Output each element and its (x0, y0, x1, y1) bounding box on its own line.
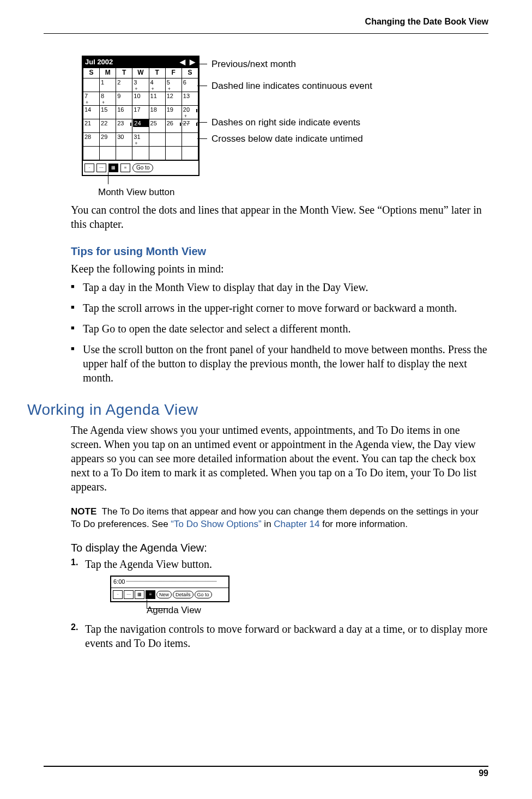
note-t3: for more information. (319, 519, 408, 529)
week-view-button[interactable]: ⋯ (96, 164, 106, 172)
month-label: Jul 2002 (85, 58, 113, 67)
step-1: 1. Tap the Agenda View button. 6:00 · ⋯ … (85, 557, 488, 616)
tips-list: Tap a day in the Month View to display t… (71, 280, 488, 385)
page-number: 99 (479, 768, 488, 778)
agenda-content: The Agenda view shows you your untimed e… (71, 423, 488, 650)
agenda-paragraph: The Agenda view shows you your untimed e… (71, 423, 488, 494)
step-2: 2. Tap the navigation controls to move f… (85, 622, 488, 650)
h2-wrap: Working in Agenda View (27, 400, 488, 420)
dh-f: F (165, 68, 182, 78)
agenda-goto-btn[interactable]: Go to (195, 591, 212, 598)
day-view-button[interactable]: · (84, 164, 94, 172)
dh-s2: S (182, 68, 198, 78)
agenda-button-bar: · ⋯ ▦ ≡ New Details Go to (111, 588, 228, 601)
agenda-new-btn[interactable]: New (156, 591, 172, 598)
callout-line-3 (197, 122, 207, 123)
month-figure: Jul 2002 ◀ ▶ S M T W T F S 1 (71, 56, 488, 197)
callout-line-2 (197, 86, 207, 86)
callout-line-1 (197, 64, 207, 64)
main-content: Jul 2002 ◀ ▶ S M T W T F S 1 (71, 56, 488, 385)
intro-paragraph: You can control the dots and lines that … (71, 203, 488, 231)
month-view-button-label: Month View button (98, 184, 175, 198)
week-3: 14 15 16 17 18 19 20 (83, 105, 198, 119)
week-1: 1 2 3 4 5 6 (83, 78, 198, 92)
agenda-details-btn[interactable]: Details (173, 591, 194, 598)
agenda-view-button[interactable]: ≡ (120, 164, 130, 172)
month-title-bar: Jul 2002 ◀ ▶ (83, 57, 198, 68)
agenda-figure: 6:00 · ⋯ ▦ ≡ New Details Go to (110, 576, 488, 602)
dh-t2: T (149, 68, 165, 78)
view-buttons-bar: · ⋯ ▦ ≡ Go to (83, 160, 198, 175)
page: Changing the Date Book View Jul 2002 ◀ ▶… (0, 0, 532, 799)
agenda-view-label: Agenda View (147, 604, 488, 616)
agenda-time-row: 6:00 (111, 577, 228, 588)
note-paragraph: NOTE The To Do items that appear and how… (71, 506, 488, 531)
callout-dashes-right: Dashes on right side indicate events (211, 117, 360, 128)
page-footer: 99 (44, 766, 488, 779)
agenda-heading: Working in Agenda View (27, 400, 488, 420)
week-4: 21 22 23 24 25 26 27 (83, 119, 198, 132)
chapter-14-link[interactable]: Chapter 14 (274, 519, 319, 529)
callout-line-4 (197, 138, 207, 139)
tips-heading: Tips for using Month View (71, 244, 488, 258)
callout-dashed-line: Dashed line indicates continuous event (211, 81, 372, 92)
dh-t: T (116, 68, 132, 78)
tip-2: Tap the scroll arrows in the upper-right… (83, 301, 488, 315)
step-1-text: Tap the Agenda View button. (85, 558, 212, 570)
note-t2: in (262, 519, 274, 529)
dh-s: S (83, 68, 100, 78)
week-6 (83, 146, 198, 160)
dh-m: M (100, 68, 116, 78)
agenda-device: 6:00 · ⋯ ▦ ≡ New Details Go to (110, 576, 229, 602)
step-1-num: 1. (71, 557, 78, 568)
day-header-row: S M T W T F S (83, 68, 198, 78)
section-title: Changing the Date Book View (365, 17, 488, 26)
goto-button[interactable]: Go to (132, 164, 153, 172)
av-line (147, 600, 147, 608)
page-header: Changing the Date Book View (44, 16, 488, 34)
av-line-h (147, 608, 168, 609)
dotted-line (126, 581, 216, 582)
note-label: NOTE (71, 506, 96, 517)
step-2-text: Tap the navigation controls to move forw… (85, 623, 487, 649)
tip-4: Use the scroll button on the front panel… (83, 342, 488, 385)
agenda-view-btn[interactable]: ≡ (146, 590, 155, 599)
display-agenda-heading: To display the Agenda View: (71, 541, 488, 555)
week-5: 28 29 30 31 (83, 132, 198, 146)
agenda-day-btn[interactable]: · (113, 590, 123, 599)
step-2-num: 2. (71, 622, 78, 633)
week-2: 7 8 9 10 11 12 13 (83, 92, 198, 105)
steps-list: 1. Tap the Agenda View button. 6:00 · ⋯ … (71, 557, 488, 650)
month-view-button[interactable]: ▦ (108, 164, 118, 172)
agenda-week-btn[interactable]: ⋯ (124, 590, 134, 599)
callout-prev-next: Previous/next month (211, 59, 296, 70)
todo-options-link[interactable]: “To Do Show Options” (171, 519, 261, 529)
keep-points-text: Keep the following points in mind: (71, 262, 488, 276)
callout-crosses: Crosses below date indicate untimed (211, 134, 363, 144)
prev-next-month-arrows[interactable]: ◀ ▶ (180, 58, 196, 67)
mv-line-v (108, 172, 108, 184)
agenda-month-btn[interactable]: ▦ (135, 590, 144, 599)
calendar-grid[interactable]: S M T W T F S 1 2 3 4 5 (83, 68, 198, 160)
tip-1: Tap a day in the Month View to display t… (83, 280, 488, 294)
dh-w: W (132, 68, 149, 78)
agenda-time: 6:00 (113, 578, 125, 585)
tip-3: Tap Go to open the date selector and sel… (83, 322, 488, 336)
month-device: Jul 2002 ◀ ▶ S M T W T F S 1 (82, 56, 200, 176)
